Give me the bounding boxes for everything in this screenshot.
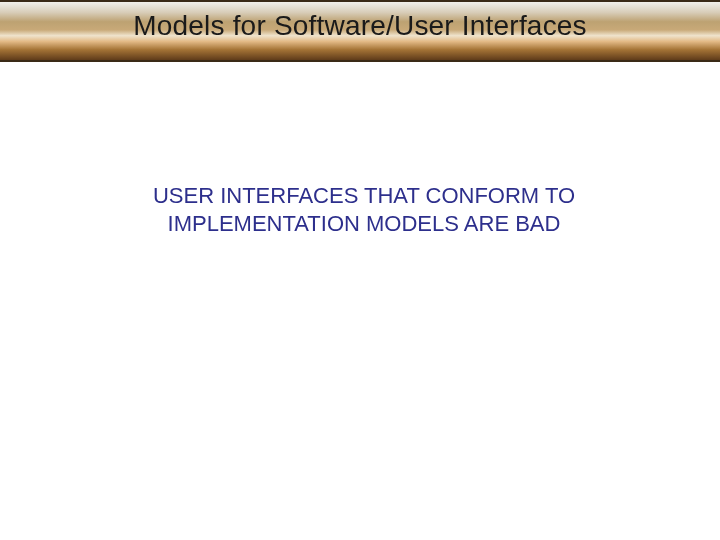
body-line-1: USER INTERFACES THAT CONFORM TO [153,183,575,208]
body-line-2: IMPLEMENTATION MODELS ARE BAD [168,211,561,236]
slide-body: USER INTERFACES THAT CONFORM TO IMPLEMEN… [84,182,644,238]
slide-title: Models for Software/User Interfaces [0,10,720,42]
